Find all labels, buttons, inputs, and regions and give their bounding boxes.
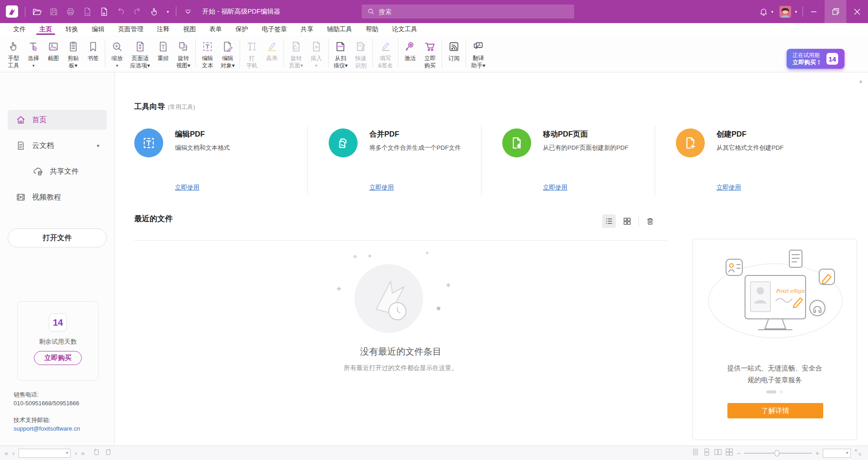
- remove-page-icon[interactable]: [82, 7, 92, 17]
- typewriter-button[interactable]: 打字机: [242, 38, 262, 70]
- menu-paper-tools[interactable]: 论文工具: [385, 23, 424, 35]
- clipboard-button[interactable]: 剪贴板▾: [63, 38, 83, 70]
- page-dropdown-icon[interactable]: ▼: [64, 451, 70, 455]
- redo-icon[interactable]: [132, 7, 142, 17]
- grid-view-button[interactable]: [620, 214, 634, 228]
- rotate-page-button[interactable]: 旋转页面▾: [286, 38, 306, 70]
- bookmark-button[interactable]: 书签: [83, 38, 103, 62]
- activate-button[interactable]: 激活: [400, 38, 420, 62]
- last-page-icon[interactable]: »: [81, 449, 85, 457]
- learn-more-button[interactable]: 了解详情: [727, 403, 823, 418]
- menu-protect[interactable]: 保护: [229, 23, 255, 35]
- menu-help[interactable]: 帮助: [359, 23, 385, 35]
- ribbon-separator: [240, 39, 240, 67]
- zoom-slider[interactable]: [744, 450, 812, 456]
- rotate-view-button[interactable]: 旋转视图▾: [173, 38, 193, 70]
- rotate-left-icon[interactable]: [93, 448, 100, 458]
- open-file-icon[interactable]: [32, 7, 42, 17]
- continuous-facing-icon[interactable]: [726, 448, 733, 458]
- prev-page-icon[interactable]: ‹: [12, 449, 14, 457]
- reflow-button[interactable]: 重排: [153, 38, 173, 62]
- open-file-button[interactable]: 打开文件: [8, 228, 107, 247]
- list-view-button[interactable]: [602, 214, 616, 228]
- sidebar-item-shared-files[interactable]: 共享文件: [8, 161, 107, 181]
- next-page-icon[interactable]: ›: [75, 449, 77, 457]
- menu-view[interactable]: 视图: [176, 23, 203, 35]
- zoom-dropdown-icon[interactable]: ▼: [844, 451, 850, 455]
- chevron-down-icon[interactable]: ▼: [96, 143, 100, 148]
- menu-page-manage[interactable]: 页面管理: [111, 23, 150, 35]
- menu-accessibility[interactable]: 辅助工具: [320, 23, 359, 35]
- carousel-dot[interactable]: [780, 390, 783, 394]
- use-now-link[interactable]: 立即使用: [369, 184, 394, 192]
- save-icon[interactable]: [49, 7, 59, 17]
- menu-edit[interactable]: 编辑: [85, 23, 111, 35]
- fullscreen-icon[interactable]: [854, 449, 862, 458]
- account-dropdown-icon[interactable]: ▾: [795, 9, 797, 14]
- menu-file[interactable]: 文件: [6, 23, 33, 35]
- use-now-link[interactable]: 立即使用: [543, 184, 567, 192]
- zoom-button[interactable]: 缩放▾: [107, 38, 127, 70]
- carousel-dot-active[interactable]: [766, 390, 776, 394]
- insert-page-button[interactable]: 插入▾: [307, 38, 326, 70]
- tool-card-create-pdf[interactable]: 创建PDF 从其它格式文件创建PDF 立即使用: [655, 126, 828, 194]
- collapse-toolbar-icon[interactable]: [183, 7, 193, 17]
- menu-share[interactable]: 共享: [294, 23, 320, 35]
- menu-convert[interactable]: 转换: [59, 23, 85, 35]
- menu-home[interactable]: 主页: [33, 23, 59, 35]
- clear-recent-button[interactable]: [643, 214, 657, 228]
- hand-mode-icon[interactable]: [149, 7, 159, 17]
- search-box[interactable]: [362, 5, 574, 19]
- notifications-dropdown-icon[interactable]: ▾: [771, 9, 774, 14]
- restore-button[interactable]: [825, 0, 846, 23]
- print-icon[interactable]: [66, 7, 75, 17]
- select-button[interactable]: 选择▾: [24, 38, 43, 70]
- tool-card-move-pdf-pages[interactable]: 移动PDF页面 从已有的PDF页面创建新的PDF 立即使用: [481, 126, 655, 194]
- close-button[interactable]: [846, 0, 868, 23]
- add-page-icon[interactable]: [99, 7, 109, 17]
- edit-text-icon: [202, 38, 213, 55]
- support-email-link[interactable]: support@foxitsoftware.cn: [14, 424, 80, 433]
- fill-sign-button[interactable]: 填写&签名: [375, 38, 396, 70]
- page-number-input[interactable]: [19, 450, 64, 456]
- zoom-level-input[interactable]: [823, 450, 844, 456]
- continuous-page-icon[interactable]: [703, 448, 711, 458]
- first-page-icon[interactable]: «: [5, 449, 8, 457]
- quick-ocr-button[interactable]: OCR 快速识别: [351, 38, 371, 70]
- undo-icon[interactable]: [116, 7, 126, 17]
- fit-page-button[interactable]: 页面适应选项▾: [127, 38, 153, 70]
- sidebar-item-home[interactable]: 首页: [8, 110, 107, 130]
- buy-now-button[interactable]: 立即购买: [420, 38, 440, 70]
- hand-tool-button[interactable]: 手型工具: [4, 38, 24, 70]
- edit-text-button[interactable]: 编辑文本: [198, 38, 217, 70]
- sidebar-item-cloud-docs[interactable]: 云文档 ▼: [8, 136, 107, 156]
- highlight-button[interactable]: 高亮: [262, 38, 282, 62]
- scroll-up-icon[interactable]: ▲: [858, 78, 863, 84]
- rotate-right-icon[interactable]: [104, 448, 112, 458]
- edit-object-button[interactable]: 编辑对象▾: [217, 38, 238, 70]
- menu-comment[interactable]: 注释: [150, 23, 176, 35]
- menu-form[interactable]: 表单: [203, 23, 229, 35]
- single-page-icon[interactable]: [692, 448, 699, 458]
- buy-now-pill-button[interactable]: 立即购买: [34, 351, 82, 365]
- sidebar-item-video-tutorials[interactable]: 视频教程: [8, 187, 107, 207]
- snapshot-button[interactable]: 截图: [43, 38, 63, 62]
- hand-mode-dropdown-icon[interactable]: ▾: [167, 9, 169, 14]
- from-scanner-button[interactable]: 从扫描仪▾: [330, 38, 351, 70]
- tool-card-merge-pdf[interactable]: 合并PDF 将多个文件合并生成一个PDF文件 立即使用: [307, 126, 481, 194]
- use-now-link[interactable]: 立即使用: [175, 184, 199, 192]
- bell-icon[interactable]: [759, 7, 769, 17]
- zoom-slider-thumb[interactable]: [774, 450, 779, 456]
- minimize-button[interactable]: [803, 0, 825, 23]
- subscribe-button[interactable]: 订阅: [444, 38, 464, 62]
- facing-page-icon[interactable]: [714, 448, 722, 458]
- avatar[interactable]: [779, 6, 791, 18]
- tool-card-edit-pdf[interactable]: 编辑PDF 编辑文档和文本格式 立即使用: [134, 126, 307, 194]
- zoom-in-icon[interactable]: +: [816, 450, 819, 457]
- translate-assistant-button[interactable]: 翻译助手▾: [468, 38, 488, 70]
- search-input[interactable]: [379, 8, 551, 15]
- menu-esign[interactable]: 电子签章: [255, 23, 294, 35]
- zoom-out-icon[interactable]: −: [737, 450, 741, 457]
- trial-badge[interactable]: 正在试用期 立即购买！ 14: [787, 49, 844, 69]
- use-now-link[interactable]: 立即使用: [717, 184, 741, 192]
